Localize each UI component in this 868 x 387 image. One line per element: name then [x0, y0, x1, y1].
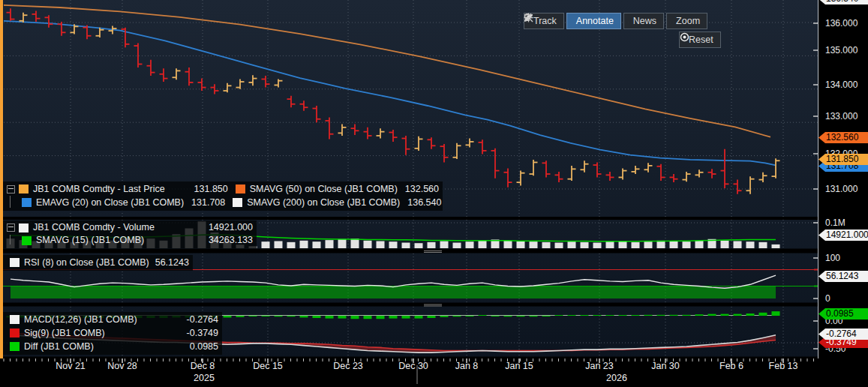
x-axis-tick: Dec 8 [191, 361, 215, 371]
x-axis-tick: Jan 15 [505, 361, 533, 371]
volume-bar [466, 242, 474, 248]
macd-diff-bar [708, 314, 716, 316]
macd-diff-bar [415, 316, 423, 319]
y-axis-tick: 131.000 [825, 184, 857, 194]
volume-bar [542, 242, 551, 248]
legend-item-macd-diff[interactable]: Diff (JB1 COMB) 0.0985 [5, 340, 218, 353]
annotate-label: Annotate [576, 16, 614, 26]
macd-diff-bar [772, 311, 780, 316]
rsi-value: 56.1243 [155, 256, 189, 269]
volume-bar [683, 242, 691, 248]
volume-bar [670, 241, 678, 248]
macd-badge: -0.2764 [818, 328, 868, 340]
macd-diff-bar [695, 314, 704, 316]
volume-bar [568, 242, 576, 248]
rsi-badge: 56.1243 [818, 271, 868, 282]
legend-item-smavg50[interactable]: SMAVG (50) on Close (JB1 COMB) 132.560 [236, 183, 439, 196]
track-label: Track [533, 16, 557, 26]
legend-item-last-price[interactable]: JB1 COMB Comdty - Last Price 131.850 [19, 183, 228, 196]
macd-sig-value: -0.3749 [179, 327, 218, 340]
macd-diff-bar [721, 314, 729, 316]
macd-diff-bar [338, 316, 347, 319]
macd-diff-bar [746, 314, 755, 316]
volume-bar [300, 241, 308, 248]
emavg20-value: 131.708 [184, 196, 225, 209]
legend-expander-icon[interactable] [7, 185, 15, 194]
smavg200-badge: 136.540 [818, 0, 868, 4]
price-legend: JB1 COMB Comdty - Last Price 131.850 SMA… [3, 182, 443, 211]
volume-legend-expander-icon[interactable] [7, 224, 15, 232]
zoom-button[interactable]: Zoom [666, 13, 707, 29]
macd-value: -0.2764 [179, 314, 218, 326]
volume-bar [530, 242, 538, 248]
x-axis-year: 2026 [606, 373, 627, 383]
rsi-label: RSI (8) on Close (JB1 COMB) [24, 256, 149, 269]
volume-bar [746, 242, 755, 248]
volume-bar [338, 239, 347, 248]
macd-diff-bar [466, 316, 474, 316]
macd-diff-bar [300, 316, 308, 317]
volume-bar [364, 241, 372, 248]
y-axis-tick: 0 [825, 293, 830, 304]
volume-bar [351, 238, 359, 248]
macd-diff-bar [377, 316, 385, 319]
macd-diff-bar [428, 316, 436, 318]
legend-item-volume[interactable]: JB1 COMB Comdty - Volume 14921.000 [19, 221, 253, 234]
smavg200-swatch [233, 198, 242, 207]
macd-label: MACD(12,26) (JB1 COMB) [24, 314, 137, 326]
volume-label: JB1 COMB Comdty - Volume [33, 221, 155, 234]
news-button[interactable]: News [623, 13, 664, 29]
volume-bar [606, 242, 614, 248]
volume-bar [377, 241, 385, 248]
macd-diff-bar [364, 316, 372, 319]
macd-diff-value: 0.0985 [182, 340, 218, 353]
news-label: News [633, 16, 656, 26]
x-axis-tick: Nov 21 [56, 361, 86, 371]
macd-diff-label: Diff (JB1 COMB) [24, 340, 94, 353]
macd-diff-bar [632, 315, 640, 316]
annotate-button[interactable]: Annotate [566, 13, 621, 29]
reset-button[interactable]: Reset [679, 32, 721, 48]
macd-diff-bar [517, 316, 525, 316]
time-axis[interactable]: Nov 21Nov 28Dec 8Dec 15Dec 23Dec 30Jan 8… [0, 358, 868, 387]
volume-bar [287, 242, 296, 248]
last-price-label: JB1 COMB Comdty - Last Price [33, 183, 165, 196]
y-axis-tick: 100 [825, 253, 840, 263]
macd-diff-bar [581, 315, 589, 316]
x-axis-tick: Nov 28 [107, 361, 137, 371]
legend-item-emavg20[interactable]: EMAVG (20) on Close (JB1 COMB) 131.708 [22, 196, 225, 209]
volume-bar [440, 241, 449, 248]
macd-diff-bar [530, 316, 538, 316]
emavg20-label: EMAVG (20) on Close (JB1 COMB) [36, 196, 184, 209]
macd-diff-bar [287, 316, 296, 316]
macd-diff-bar [389, 316, 398, 319]
volume-swatch [19, 224, 29, 232]
x-axis-tick: Dec 15 [253, 361, 283, 371]
macd-diff-bar [236, 316, 245, 317]
y-axis-tick: 134.000 [825, 80, 857, 90]
volume-bar [275, 241, 283, 248]
legend-item-rsi[interactable]: RSI (8) on Close (JB1 COMB) 56.1243 [5, 256, 189, 269]
last-price-swatch [19, 184, 29, 194]
macd-sig-label: Sig(9) (JB1 COMB) [24, 327, 105, 340]
legend-item-macd-sig[interactable]: Sig(9) (JB1 COMB) -0.3749 [5, 326, 218, 340]
volume-value: 14921.000 [201, 221, 253, 234]
volume-bar [262, 242, 270, 248]
legend-tree-connector [10, 196, 17, 208]
macd-diff-bar [504, 316, 512, 316]
volume-bar [632, 242, 640, 248]
legend-item-macd[interactable]: MACD(12,26) (JB1 COMB) -0.2764 [5, 313, 218, 326]
macd-diff-bar [644, 315, 653, 316]
smavg50-value: 132.560 [398, 183, 439, 196]
x-axis-tick: Dec 23 [333, 361, 363, 371]
macd-diff-bar [670, 315, 678, 316]
macd-diff-bar [453, 316, 461, 316]
macd-diff-bar [275, 316, 283, 316]
legend-item-volume-smavg15[interactable]: SMAVG (15) (JB1 COMB) 34263.133 [22, 234, 253, 247]
legend-item-smavg200[interactable]: SMAVG (200) on Close (JB1 COMB) 136.540 [233, 196, 441, 209]
smavg50-swatch [236, 184, 245, 194]
volume-bar [415, 243, 423, 248]
x-axis-tick: Jan 23 [585, 361, 614, 371]
price-axis[interactable]: 136.000135.000134.000133.000132.000131.0… [818, 0, 868, 387]
smavg50-label: SMAVG (50) on Close (JB1 COMB) [250, 183, 398, 196]
